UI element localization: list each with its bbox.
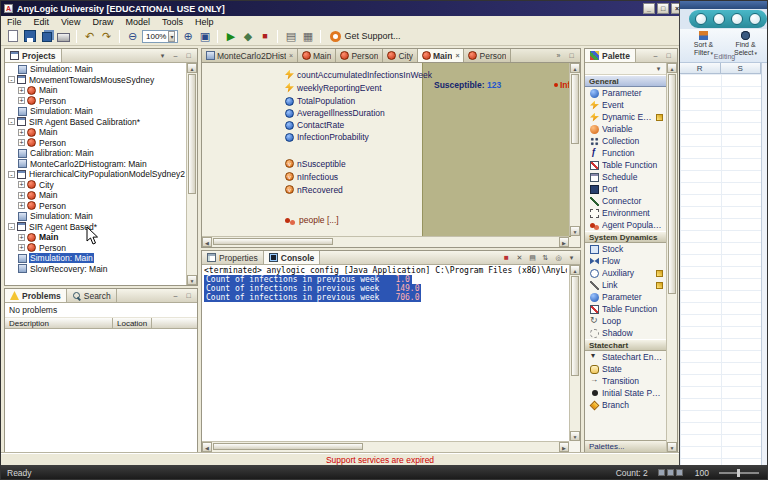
palette-item[interactable]: Initial State Poi... [585, 387, 666, 399]
palette-item[interactable]: Environment [585, 207, 666, 219]
palette-item[interactable]: Auxiliary [585, 267, 666, 279]
menu-item[interactable]: Model [119, 17, 156, 27]
scroll-up-icon[interactable]: ▲ [667, 63, 677, 73]
tree-item[interactable]: + Main [5, 85, 186, 96]
debug-icon[interactable]: ◆ [240, 29, 255, 44]
recorder-button[interactable] [695, 13, 707, 25]
menu-item[interactable]: Tools [156, 17, 189, 27]
canvas-variable-element[interactable]: nInfectious [285, 170, 346, 183]
palette-item[interactable]: Flow [585, 255, 666, 267]
excel-scrollbar[interactable] [761, 63, 768, 465]
tree-item[interactable]: MonteCarlo2DHistogram: Main [5, 159, 186, 170]
palette-item[interactable]: Event [585, 99, 666, 111]
editor-tab[interactable]: Main × [418, 49, 464, 62]
scroll-left-icon[interactable]: ◀ [202, 442, 212, 452]
console-vertical-scrollbar[interactable]: ▲ ▼ [569, 265, 580, 441]
scroll-up-icon[interactable]: ▲ [187, 63, 197, 73]
canvas-variable-element[interactable]: nRecovered [285, 183, 346, 196]
palette-item[interactable]: Table Function [585, 303, 666, 315]
tab-projects[interactable]: Projects [5, 49, 62, 62]
scroll-thumb[interactable] [213, 443, 363, 450]
tree-item[interactable]: Simulation: Main [5, 253, 186, 264]
clear-console-icon[interactable]: ▤ [527, 252, 538, 263]
console-header-line[interactable]: <terminated> anylogic config [Java Appli… [204, 266, 567, 275]
save-all-icon[interactable] [39, 29, 54, 44]
editor-tab[interactable]: Person × [464, 49, 511, 62]
tree-expander[interactable]: - [8, 118, 15, 125]
tree-item[interactable]: - SIR Agent Based Calibration* [5, 117, 186, 128]
tree-item[interactable]: Simulation: Main [5, 211, 186, 222]
zoom-out-icon[interactable]: ⊖ [125, 29, 140, 44]
pin-console-icon[interactable]: ◎ [553, 252, 564, 263]
normal-view-icon[interactable] [658, 469, 665, 476]
maximize-view-icon[interactable]: □ [183, 290, 194, 301]
scroll-down-icon[interactable]: ▼ [187, 275, 197, 285]
palette-item[interactable]: Schedule [585, 171, 666, 183]
stop-icon[interactable]: ■ [257, 29, 272, 44]
palette-item[interactable]: Statechart Entr... [585, 351, 666, 363]
tree-item[interactable]: - SIR Agent Based* [5, 222, 186, 233]
canvas-population-element[interactable]: people [...] [285, 215, 339, 225]
maximize-view-icon[interactable]: □ [663, 50, 674, 61]
console-horizontal-scrollbar[interactable]: ◀ ▶ [202, 441, 569, 452]
palette-item[interactable]: State [585, 363, 666, 375]
view-menu-icon[interactable]: ▾ [157, 50, 168, 61]
canvas-parameter-element[interactable]: TotalPopulation [285, 95, 385, 107]
palette-item[interactable]: Loop [585, 315, 666, 327]
palette-item[interactable]: Dynamic Event [585, 111, 666, 123]
canvas-event-element[interactable]: countAccumulatedInfectionsInWeek [285, 68, 432, 81]
menu-item[interactable]: View [55, 17, 86, 27]
menu-item[interactable]: Edit [28, 17, 56, 27]
recorder-button[interactable] [731, 13, 743, 25]
tree-item[interactable]: - HierarchicalCityPopulationModelSydney2 [5, 169, 186, 180]
palette-item[interactable]: Collection [585, 135, 666, 147]
undo-icon[interactable]: ↶ [82, 29, 97, 44]
palette-item[interactable]: Connector [585, 195, 666, 207]
editor-tab[interactable]: City × [383, 49, 418, 62]
tree-item[interactable]: - MovementTowardsMouseSydney [5, 75, 186, 86]
close-tab-icon[interactable]: × [288, 52, 293, 59]
console-line[interactable]: Count of infections in previous week1.0 [204, 275, 412, 284]
tree-item[interactable]: + Person [5, 201, 186, 212]
canvas-variable-element[interactable]: nSusceptible [285, 157, 346, 170]
tree-item[interactable]: + Person [5, 138, 186, 149]
scroll-thumb[interactable] [668, 74, 676, 294]
scroll-thumb[interactable] [188, 74, 196, 194]
menu-item[interactable]: Help [189, 17, 220, 27]
tree-item[interactable]: + City [5, 180, 186, 191]
console-output[interactable]: <terminated> anylogic config [Java Appli… [202, 265, 569, 441]
view-tab[interactable]: Console [264, 251, 321, 264]
presentation-icon[interactable]: ▦ [300, 29, 315, 44]
palette-item[interactable]: Link [585, 279, 666, 291]
tree-expander[interactable]: + [18, 234, 25, 241]
palettes-link[interactable]: Palettes... [585, 440, 666, 452]
palette-item[interactable]: Stock [585, 243, 666, 255]
menu-item[interactable]: Draw [86, 17, 119, 27]
scroll-down-icon[interactable]: ▼ [667, 442, 677, 452]
minimize-view-icon[interactable]: – [170, 290, 181, 301]
console-menu-icon[interactable]: ▾ [566, 252, 577, 263]
zoom-reset-icon[interactable]: ▣ [197, 29, 212, 44]
editor-tab[interactable]: Main × [298, 49, 336, 62]
minimize-view-icon[interactable]: – [650, 50, 661, 61]
view-shortcut-buttons[interactable] [658, 468, 685, 478]
scroll-down-icon[interactable]: ▼ [570, 431, 580, 441]
palette-item[interactable]: Parameter [585, 291, 666, 303]
console-line[interactable]: Count of infections in previous week706.… [204, 293, 421, 302]
projects-scrollbar[interactable]: ▲ ▼ [186, 63, 197, 285]
palette-item[interactable]: Agent Population [585, 219, 666, 231]
redo-icon[interactable]: ↷ [99, 29, 114, 44]
tree-expander[interactable]: + [18, 244, 25, 251]
recorder-button[interactable] [713, 13, 725, 25]
scroll-right-icon[interactable]: ▶ [559, 442, 569, 452]
tree-expander[interactable]: + [18, 181, 25, 188]
tree-expander[interactable]: - [8, 223, 15, 230]
editor-tab[interactable]: Person × [336, 49, 383, 62]
column-header[interactable]: Location [113, 318, 152, 328]
model-frames-icon[interactable]: ▤ [283, 29, 298, 44]
canvas-parameter-element[interactable]: ContactRate [285, 119, 385, 131]
palette-item[interactable]: Function [585, 147, 666, 159]
zoom-in-icon[interactable]: ⊕ [180, 29, 195, 44]
view-tab[interactable]: Problems [5, 289, 67, 302]
tree-expander[interactable]: + [18, 97, 25, 104]
